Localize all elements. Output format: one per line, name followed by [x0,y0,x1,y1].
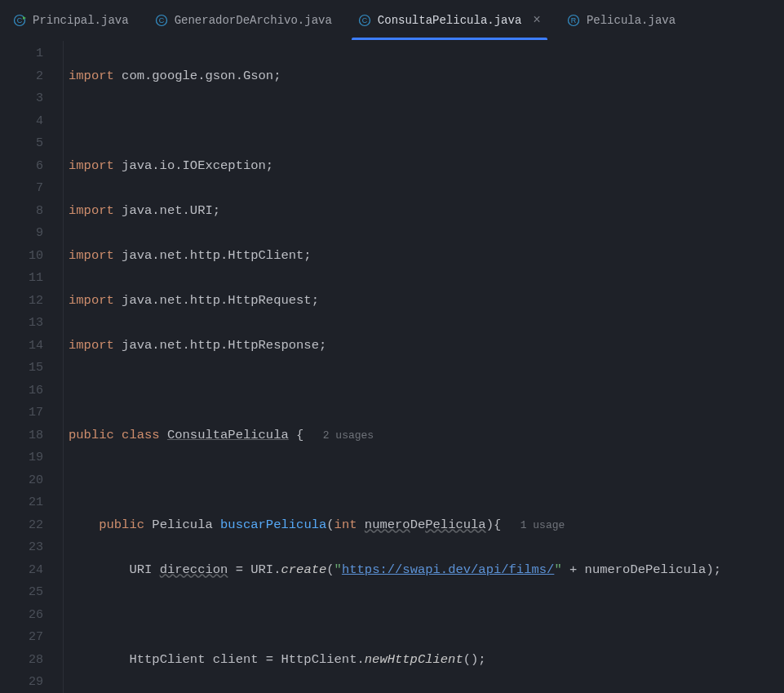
line-number: 21 [0,491,43,514]
line-number: 15 [0,357,43,380]
tab-generador[interactable]: C GeneradorDeArchivo.java [142,0,345,40]
line-number: 23 [0,536,43,559]
close-icon[interactable]: × [533,13,541,28]
editor-tabs: C Principal.java C GeneradorDeArchivo.ja… [0,0,784,41]
record-icon: R [567,14,580,27]
tab-label: Principal.java [33,14,129,27]
class-icon: C [155,14,168,27]
class-run-icon: C [13,14,26,27]
svg-text:C: C [17,16,23,24]
line-number: 14 [0,335,43,358]
line-number: 16 [0,380,43,402]
line-number: 17 [0,402,43,424]
svg-text:C: C [362,16,368,24]
line-number: 5 [0,132,43,155]
line-number: 9 [0,222,43,245]
line-number: 24 [0,559,43,582]
code-editor[interactable]: 1 2 3 4 5 6 7 8 9 10 11 12 13 14 15 16 1… [0,41,784,693]
usage-hint: 1 usage [501,519,565,531]
line-number: 18 [0,424,43,447]
code-line: public Pelicula buscarPelicula(int numer… [69,514,784,537]
code-line: import java.net.http.HttpRequest; [69,290,784,313]
code-area[interactable]: import com.google.gson.Gson; import java… [64,41,784,693]
line-number: 3 [0,87,43,110]
tab-pelicula[interactable]: R Pelicula.java [554,0,689,40]
tab-principal[interactable]: C Principal.java [0,0,142,40]
code-line [69,604,784,627]
line-number: 13 [0,312,43,335]
code-line: import java.net.http.HttpResponse; [69,335,784,358]
line-number: 27 [0,626,43,649]
line-number: 22 [0,514,43,537]
code-line: import java.net.http.HttpClient; [69,245,784,268]
class-icon: C [358,14,371,27]
line-number: 10 [0,245,43,268]
line-number: 8 [0,200,43,223]
code-line: HttpClient client = HttpClient.newHttpCl… [69,649,784,672]
code-line [69,469,784,492]
code-line: import java.io.IOException; [69,155,784,178]
line-number: 19 [0,446,43,469]
line-number: 29 [0,671,43,693]
line-number: 2 [0,65,43,88]
line-number: 7 [0,177,43,200]
line-number: 26 [0,604,43,627]
code-line [69,380,784,402]
code-line: URI direccion = URI.create("https://swap… [69,559,784,582]
line-number: 20 [0,469,43,492]
line-number: 11 [0,267,43,290]
tab-label: Pelicula.java [587,14,675,27]
line-number: 28 [0,649,43,672]
tab-consulta[interactable]: C ConsultaPelicula.java × [345,0,554,40]
code-line: import com.google.gson.Gson; [69,65,784,88]
code-line: import java.net.URI; [69,200,784,223]
tab-label: ConsultaPelicula.java [378,14,521,27]
line-number: 12 [0,290,43,313]
line-number: 1 [0,42,43,65]
usage-hint: 2 usages [303,429,374,442]
line-number: 25 [0,581,43,604]
line-number-gutter: 1 2 3 4 5 6 7 8 9 10 11 12 13 14 15 16 1… [0,41,64,693]
svg-text:R: R [571,16,577,24]
line-number: 4 [0,110,43,133]
code-line: public class ConsultaPelicula { 2 usages [69,424,784,447]
svg-text:C: C [158,16,164,24]
code-line [69,110,784,133]
tab-label: GeneradorDeArchivo.java [175,14,332,27]
line-number: 6 [0,155,43,178]
